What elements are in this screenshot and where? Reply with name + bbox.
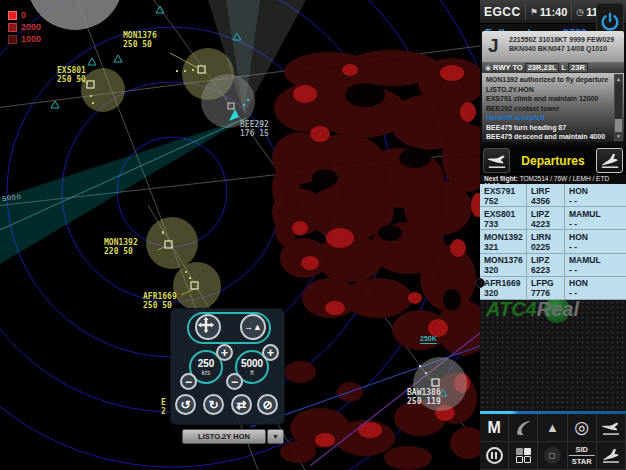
runway-mid-label: L (561, 63, 566, 72)
direct-to-button[interactable]: →▲ (240, 314, 266, 340)
log-message: BEE475 descend and maintain 4000 (486, 132, 612, 142)
flight-fix: HON (569, 278, 626, 288)
vectors-button[interactable]: ⇄ (231, 394, 252, 415)
pause-button[interactable] (480, 442, 509, 470)
legend-item: 1000 (8, 34, 41, 44)
flight-callsign: EXS801 (484, 209, 526, 219)
aircraft-label-mon1392[interactable]: MON1392220 50 (104, 238, 138, 256)
wind-button[interactable] (509, 414, 538, 442)
flight-fix: MAMUL (569, 255, 626, 265)
waypoints-toggle-button[interactable]: ▲ (538, 414, 567, 442)
departures-table: EXS791752 LIRF4356 HON- - EXS801733 LIPZ… (480, 184, 626, 300)
runway-bar: ◉ RWY TO 23R,23L L 23R (482, 62, 624, 73)
aircraft-label-partial: E2 (161, 398, 166, 416)
pause-icon (486, 447, 503, 464)
runway-prefix: RWY TO (493, 63, 523, 72)
flight-squawk: 4356 (531, 196, 564, 206)
route-dropdown-arrow-button[interactable]: ▼ (267, 429, 284, 444)
log-message: BEE475 turn heading 87 (486, 123, 612, 133)
flight-fix: HON (569, 186, 626, 196)
arrivals-filter-button[interactable] (597, 414, 626, 442)
table-drag-handle[interactable] (475, 278, 485, 288)
metar-text: 221550Z 31016KT 9999 FEW029 BKN040 BKN04… (509, 35, 621, 53)
symbol-size-button[interactable] (538, 442, 567, 470)
flight-destination: LFPG (531, 278, 564, 288)
flight-fix: HON (569, 232, 626, 242)
message-scrollbar[interactable]: ▲ ▼ (614, 74, 623, 141)
altitude-decrease-button[interactable]: − (226, 373, 243, 390)
flight-status: - - (569, 196, 626, 206)
flight-type: 320 (484, 288, 526, 298)
sid-star-toggle-button[interactable]: SIDSTAR (568, 442, 597, 470)
aircraft-label-mon1376[interactable]: MON1376250 50 (123, 31, 157, 49)
aircraft-label-baw1386[interactable]: BAW1386250 119 (407, 388, 441, 406)
departure-plane-icon (601, 448, 621, 464)
flight-callsign: MON1392 (484, 232, 526, 242)
control-sidebar: EGCC ⚑11:40 ◷11:16 Full mode 2700 J 2215… (480, 0, 626, 470)
speed-value: 250 (198, 359, 215, 369)
flight-callsign: EXS791 (484, 186, 526, 196)
aircraft-label-bee292[interactable]: BEE292176 15 (240, 120, 269, 138)
message-log: MON1392 authorized to fly departure LIST… (482, 73, 624, 142)
speed-decrease-button[interactable]: − (180, 373, 197, 390)
flight-row[interactable]: MON1376320 LIPZ6223 MAMUL- - (480, 254, 626, 277)
range-rings-toggle-button[interactable]: ◎ (568, 414, 597, 442)
speed-unit: kts (202, 369, 210, 376)
next-flight-info: Next flight: TOM2514 / 76W / LEMH / ETD … (480, 175, 626, 184)
log-message: EXS791 climb and maintain 12000 (486, 94, 612, 104)
flight-row[interactable]: MON1392321 LIRN0225 HON- - (480, 230, 626, 253)
departures-tab-button[interactable] (596, 148, 623, 173)
hold-left-button[interactable]: ↺ (175, 394, 196, 415)
arrival-plane-icon (487, 152, 507, 170)
atis-box: J 221550Z 31016KT 9999 FEW029 BKN040 BKN… (482, 31, 624, 62)
atis-letter: J (488, 35, 499, 57)
star-label: STAR (572, 457, 592, 466)
map-mode-button[interactable]: M (480, 414, 509, 442)
runway-icon: ◉ (485, 64, 491, 72)
flight-row[interactable]: EXS791752 LIRF4356 HON- - (480, 184, 626, 207)
aircraft-label-exs801[interactable]: EXS801250 50 (57, 66, 86, 84)
departures-filter-button[interactable] (597, 442, 626, 470)
flight-destination: LIPZ (531, 209, 564, 219)
atc-simulator-window: 0 2000 1000 5000 250K MON1376250 50 EXS8… (0, 0, 626, 470)
sid-label: SID (575, 445, 588, 454)
legend-swatch (8, 11, 17, 20)
legend-item: 0 (8, 10, 41, 20)
flight-squawk: 0225 (531, 242, 564, 252)
flight-callsign: AFR1669 (484, 278, 526, 288)
altitude-increase-button[interactable]: + (262, 344, 279, 361)
direct-to-icon: →▲ (244, 322, 262, 332)
weather-legend: 0 2000 1000 (8, 10, 41, 44)
altitude-unit: ft (250, 369, 254, 376)
active-tab-title: Departures (512, 148, 594, 173)
scrollbar-thumb[interactable] (615, 119, 622, 132)
speed-increase-button[interactable]: + (216, 344, 233, 361)
sim-time: 11:40 (540, 6, 568, 18)
move-label-button[interactable] (195, 314, 221, 340)
runway-takeoff[interactable]: 23R,23L (525, 63, 560, 73)
radar-scope[interactable]: 0 2000 1000 5000 250K MON1376250 50 EXS8… (0, 0, 480, 470)
flight-row[interactable]: EXS801733 LIPZ4223 MAMUL- - (480, 207, 626, 230)
scroll-down-arrow[interactable]: ▼ (615, 132, 622, 140)
label-layout-button[interactable] (509, 442, 538, 470)
aircraft-label-afr1669[interactable]: AFR1669250 50 (143, 292, 177, 310)
flight-status: - - (569, 265, 626, 275)
panel-lower-area: ATC4Real (480, 300, 626, 411)
atc4real-watermark: ATC4Real (480, 300, 626, 326)
flight-status: - - (569, 288, 626, 298)
flight-destination: LIRN (531, 232, 564, 242)
swoosh-icon (514, 419, 532, 437)
flight-type: 752 (484, 196, 526, 206)
runway-landing[interactable]: 23R (568, 63, 588, 73)
vectors-icon: ⇄ (236, 398, 246, 412)
scroll-up-arrow[interactable]: ▲ (615, 75, 622, 83)
cancel-clearance-button[interactable]: ⊘ (257, 394, 278, 415)
arrivals-tab-button[interactable] (483, 148, 510, 173)
flight-row[interactable]: AFR1669320 LFPG7776 HON- - (480, 277, 626, 300)
hold-right-button[interactable]: ↻ (203, 394, 224, 415)
flight-fix: MAMUL (569, 209, 626, 219)
legend-swatch (8, 23, 17, 32)
flight-callsign: MON1376 (484, 255, 526, 265)
route-dropdown[interactable]: LISTO.2Y HON (182, 429, 266, 444)
triangle-icon: ▲ (546, 420, 559, 435)
